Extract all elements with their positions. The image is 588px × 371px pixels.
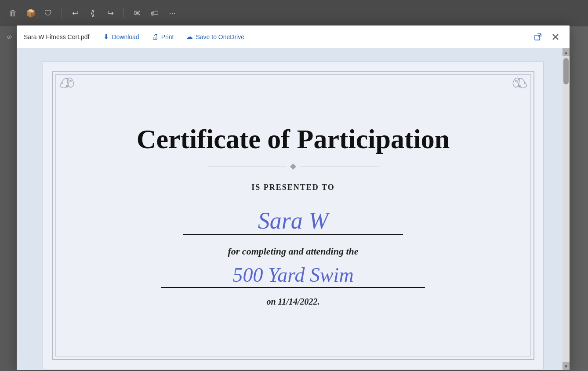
tag-icon[interactable]: 🏷 bbox=[149, 7, 161, 19]
print-icon: 🖨 bbox=[152, 33, 159, 41]
undo-all-icon[interactable]: ⟪ bbox=[87, 7, 99, 19]
divider-line-right bbox=[300, 167, 379, 167]
pdf-filename: Sara W Fitness Cert.pdf bbox=[24, 33, 89, 40]
svg-point-5 bbox=[524, 82, 526, 84]
save-onedrive-button[interactable]: ☁ Save to OneDrive bbox=[181, 30, 250, 44]
scrollbar-thumb[interactable] bbox=[563, 58, 569, 84]
pdf-content: Certificate of Participation IS PRESENTE… bbox=[17, 48, 570, 370]
pdf-scrollbar[interactable]: ▲ ▼ bbox=[563, 48, 570, 370]
download-button[interactable]: ⬇ Download bbox=[98, 30, 144, 44]
divider-diamond bbox=[290, 164, 296, 170]
cert-divider bbox=[78, 164, 508, 169]
app-toolbar: 🗑 📦 🛡 ↩ ⟪ ↪ ✉ 🏷 ··· bbox=[0, 0, 588, 26]
scroll-up-button[interactable]: ▲ bbox=[563, 48, 570, 56]
event-name: 500 Yard Swim bbox=[232, 265, 353, 287]
close-button[interactable] bbox=[548, 30, 563, 44]
certificate-page: Certificate of Participation IS PRESENTE… bbox=[43, 62, 544, 369]
pdf-toolbar: Sara W Fitness Cert.pdf ⬇ Download 🖨 Pri… bbox=[17, 25, 570, 48]
app-sidebar: S bbox=[0, 26, 18, 371]
svg-point-2 bbox=[61, 82, 63, 84]
pdf-toolbar-right bbox=[531, 30, 563, 44]
svg-point-4 bbox=[518, 85, 521, 87]
more-icon[interactable]: ··· bbox=[166, 7, 178, 19]
svg-point-6 bbox=[515, 80, 517, 82]
print-button[interactable]: 🖨 Print bbox=[146, 30, 179, 44]
cert-content: Certificate of Participation IS PRESENTE… bbox=[43, 98, 543, 333]
onedrive-icon: ☁ bbox=[186, 33, 193, 41]
recipient-name: Sara W bbox=[258, 209, 329, 234]
toolbar-divider-2 bbox=[123, 8, 124, 18]
svg-point-3 bbox=[70, 80, 72, 82]
email-icon[interactable]: ✉ bbox=[131, 7, 143, 19]
scroll-down-button[interactable]: ▼ bbox=[563, 362, 570, 370]
divider-line-left bbox=[207, 167, 287, 167]
toolbar-divider-1 bbox=[62, 8, 62, 18]
archive-icon[interactable]: 📦 bbox=[25, 7, 37, 19]
open-external-button[interactable] bbox=[531, 30, 545, 44]
scrollbar-track[interactable] bbox=[563, 56, 570, 362]
svg-point-1 bbox=[66, 85, 69, 87]
redo-icon[interactable]: ↪ bbox=[104, 7, 116, 19]
pdf-viewer-modal: Sara W Fitness Cert.pdf ⬇ Download 🖨 Pri… bbox=[17, 25, 570, 370]
download-icon: ⬇ bbox=[103, 33, 109, 41]
certificate-title: Certificate of Participation bbox=[78, 124, 508, 154]
presented-to-label: IS PRESENTED TO bbox=[78, 183, 508, 192]
corner-decoration-tr bbox=[506, 73, 532, 99]
flag-icon[interactable]: 🛡 bbox=[42, 7, 54, 19]
event-name-container: 500 Yard Swim bbox=[161, 262, 425, 288]
undo-icon[interactable]: ↩ bbox=[69, 7, 81, 19]
corner-decoration-tl bbox=[54, 73, 80, 99]
for-completing-label: for completing and attending the bbox=[78, 246, 508, 257]
certificate-date: on 11/14/2022. bbox=[78, 297, 508, 307]
recipient-name-container: Sara W bbox=[183, 204, 403, 235]
trash-icon[interactable]: 🗑 bbox=[7, 7, 19, 19]
sidebar-label: S bbox=[6, 35, 13, 39]
